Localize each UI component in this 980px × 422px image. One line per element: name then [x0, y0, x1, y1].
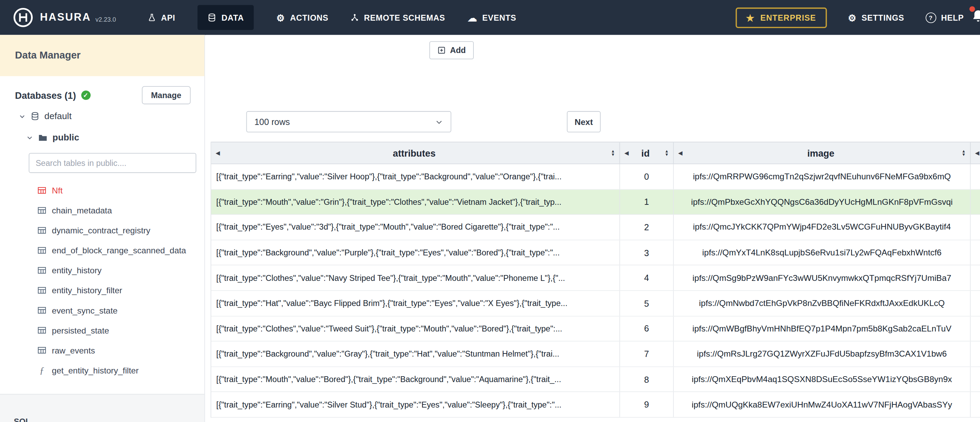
cell-partial [971, 316, 980, 341]
cell-attributes: [{"trait_type":"Clothes","value":"Navy S… [211, 266, 620, 290]
sidebar-item-sql[interactable]: SQL [14, 417, 30, 422]
sidebar-item-entity-history-filter[interactable]: entity_history_filter [0, 280, 204, 300]
cell-image: ipfs://QmPbxeGcXhYQQNgsC6a36dDyYUcHgMLnG… [674, 190, 971, 214]
cell-id: 4 [620, 266, 674, 290]
table-row: [{"trait_type":"Mouth","value":"Bored"},… [211, 367, 980, 392]
sidebar-item-dynamic-contract-registry[interactable]: dynamic_contract_registry [0, 220, 204, 240]
table-icon [38, 246, 46, 254]
cell-partial [971, 240, 980, 265]
data-manager-title: Data Manager [15, 50, 81, 61]
table-icon [38, 327, 46, 334]
collapse-column-icon[interactable]: ◀ [216, 150, 220, 155]
cell-image: ipfs://QmYxT4LnK8sqLupjbS6eRvu1si7Ly2wFQ… [674, 240, 971, 265]
collapse-column-icon[interactable]: ◀ [678, 150, 682, 155]
sort-icon[interactable]: ▲▼ [665, 149, 669, 157]
enterprise-button[interactable]: ★ ENTERPRISE [735, 7, 827, 28]
cell-id: 9 [620, 392, 674, 417]
column-label: id [629, 148, 662, 158]
cell-image: ipfs://QmUQgKka8EW7exiUHnMwZ4UoXA11wV7NF… [674, 392, 971, 417]
table-row: [{"trait_type":"Earring","value":"Silver… [211, 164, 980, 190]
add-row-button[interactable]: Add [430, 41, 474, 60]
cell-id: 8 [620, 367, 674, 392]
brand-name: HASURA [40, 11, 91, 24]
collapse-column-icon[interactable]: ◀ [975, 150, 980, 155]
table-name: chain_metadata [52, 206, 112, 215]
hasura-logo-icon [13, 7, 34, 28]
connected-check-icon: ✓ [81, 90, 90, 100]
enterprise-label: ENTERPRISE [760, 13, 816, 22]
nav-api-label: API [161, 13, 175, 22]
next-page-button[interactable]: Next [567, 111, 601, 133]
cell-id: 6 [620, 316, 674, 341]
table-row: [{"trait_type":"Earring","value":"Silver… [211, 392, 980, 418]
hasura-console: HASURA v2.23.0 API DATA ⚙ ACTIONS REMOTE… [0, 0, 980, 422]
column-label: image [682, 148, 959, 158]
plus-square-icon [438, 46, 446, 54]
star-icon: ★ [746, 13, 755, 22]
cell-attributes: [{"trait_type":"Earring","value":"Silver… [211, 164, 620, 189]
rows-per-page-select[interactable]: 100 rows [247, 111, 452, 133]
tree-node-public[interactable]: public [0, 128, 204, 147]
cell-image: ipfs://QmSg9bPzW9anFYc3wWU5KnvymwkxQTpmq… [674, 266, 971, 290]
top-navbar: HASURA v2.23.0 API DATA ⚙ ACTIONS REMOTE… [0, 0, 980, 35]
column-header-image: ◀ image ▲▼ [674, 143, 971, 164]
databases-row: Databases (1) ✓ Manage [15, 86, 191, 104]
column-header-id: ◀ id ▲▼ [620, 143, 674, 164]
table-row: [{"trait_type":"Background","value":"Pur… [211, 240, 980, 266]
sidebar-item-chain-metadata[interactable]: chain_metadata [0, 200, 204, 220]
nav-data-label: DATA [221, 13, 244, 22]
sidebar-item-end-of-block-range-scanned-data[interactable]: end_of_block_range_scanned_data [0, 240, 204, 260]
collapse-column-icon[interactable]: ◀ [624, 150, 629, 155]
cell-id: 0 [620, 164, 674, 189]
column-label: attributes [220, 148, 609, 158]
cell-partial [971, 341, 980, 366]
sort-icon[interactable]: ▲▼ [611, 149, 615, 157]
table-name: raw_events [52, 346, 95, 355]
cell-image: ipfs://QmcJYkCKK7QPmYWjp4FD2e3Lv5WCGFuHN… [674, 215, 971, 240]
cell-partial [971, 367, 980, 392]
cell-attributes: [{"trait_type":"Mouth","value":"Grin"},{… [211, 190, 620, 214]
table-row: [{"trait_type":"Eyes","value":"3d"},{"tr… [211, 215, 980, 240]
sidebar-item-event-sync-state[interactable]: event_sync_state [0, 300, 204, 320]
flask-icon [147, 13, 156, 22]
table-icon [38, 206, 46, 214]
table-name: entity_history_filter [52, 286, 123, 295]
sidebar-item-raw-events[interactable]: raw_events [0, 340, 204, 360]
add-label: Add [450, 46, 466, 55]
chevron-down-icon[interactable] [26, 134, 33, 141]
sidebar-item-get-entity-history-filter[interactable]: ƒ get_entity_history_filter [0, 360, 204, 380]
cell-attributes: [{"trait_type":"Eyes","value":"3d"},{"tr… [211, 215, 620, 240]
manage-button[interactable]: Manage [142, 86, 191, 104]
nav-help-label: HELP [941, 13, 964, 22]
sidebar-item-nft[interactable]: Nft [0, 180, 204, 200]
data-table: ◀ attributes ▲▼ ◀ id ▲▼ ◀ image ▲▼ ◀ [210, 142, 980, 418]
databases-label: Databases (1) [15, 90, 76, 100]
table-search-input[interactable] [29, 153, 196, 173]
table-icon [38, 227, 46, 234]
tree-node-default[interactable]: default [0, 107, 204, 125]
table-icon [38, 267, 46, 274]
nav-actions[interactable]: ⚙ ACTIONS [276, 13, 328, 22]
notifications-bell-icon[interactable] [971, 9, 980, 26]
function-name: get_entity_history_filter [52, 366, 139, 375]
cell-attributes: [{"trait_type":"Background","value":"Gra… [211, 341, 620, 366]
cloud-icon: ☁ [468, 13, 477, 22]
nav-help[interactable]: ? HELP [926, 12, 964, 23]
browse-rows-panel: Add 100 rows Next ◀ attributes ▲▼ ◀ id ▲… [206, 35, 980, 422]
nav-remote-schemas[interactable]: REMOTE SCHEMAS [351, 13, 445, 22]
nav-settings[interactable]: ⚙ SETTINGS [848, 13, 904, 22]
nav-data[interactable]: DATA [198, 5, 254, 30]
database-name: default [45, 111, 72, 121]
table-name: entity_history [52, 266, 102, 275]
sidebar-item-entity-history[interactable]: entity_history [0, 260, 204, 280]
chevron-down-icon[interactable] [19, 113, 25, 119]
cell-image: ipfs://QmNwbd7ctEhGpVkP8nZvBBQfiNeFKRdxf… [674, 291, 971, 316]
sort-icon[interactable]: ▲▼ [962, 149, 966, 157]
nav-events[interactable]: ☁ EVENTS [468, 13, 516, 22]
sidebar-bottom-bar: SQL [0, 394, 204, 422]
cell-id: 2 [620, 215, 674, 240]
column-header-partial: ◀ [971, 143, 980, 164]
sidebar-item-persisted-state[interactable]: persisted_state [0, 320, 204, 340]
folder-icon [38, 133, 48, 141]
nav-api[interactable]: API [147, 13, 175, 22]
